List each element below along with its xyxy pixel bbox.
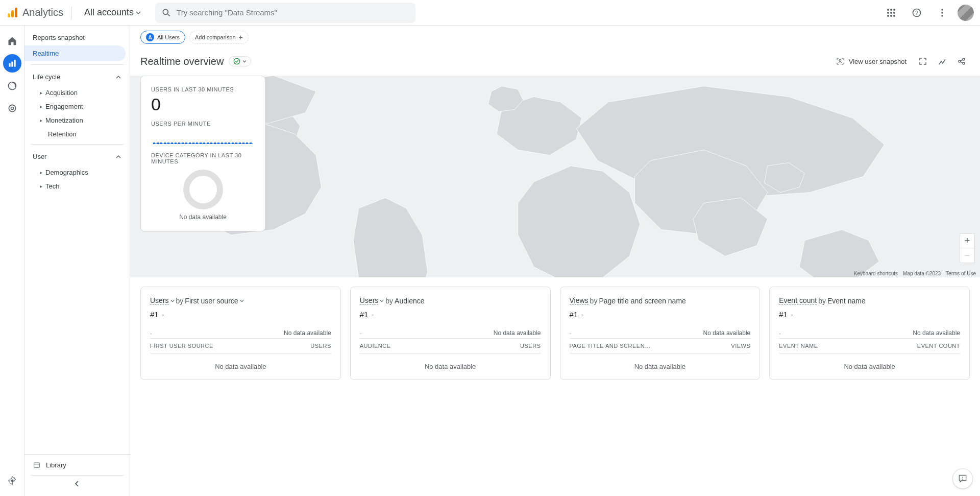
card-bar: -No data available — [360, 331, 541, 335]
sidebar-section-user[interactable]: User — [24, 148, 130, 166]
button-label: View user snapshot — [849, 58, 906, 65]
rail-admin[interactable] — [3, 471, 21, 490]
sidebar-sub-label: Engagement — [45, 103, 83, 110]
sidebar-sub-demographics[interactable]: ▸Demographics — [24, 166, 130, 179]
col2: EVENT COUNT — [917, 343, 960, 349]
caret-right-icon: ▸ — [40, 170, 42, 175]
rail-reports[interactable] — [3, 54, 21, 73]
chevron-up-icon — [115, 74, 121, 80]
svg-rect-2 — [15, 8, 17, 17]
sidebar-section-life-cycle[interactable]: Life cycle — [24, 68, 130, 86]
chip-all-users[interactable]: A All Users — [140, 31, 185, 44]
chip-add-comparison[interactable]: Add comparison + — [189, 31, 249, 44]
product-logo[interactable]: Analytics — [6, 7, 63, 19]
map-keyboard-link[interactable]: Keyboard shortcuts — [854, 271, 898, 276]
section-label: Life cycle — [33, 73, 60, 81]
bar-nodata: No data available — [284, 329, 331, 337]
sidebar-sub-engagement[interactable]: ▸Engagement — [24, 100, 130, 113]
more-button[interactable] — [932, 3, 952, 23]
analytics-logo-icon — [6, 7, 18, 19]
search-input[interactable] — [177, 8, 409, 17]
sidebar-library[interactable]: Library — [24, 454, 130, 475]
card-table-header: PAGE TITLE AND SCREEN…VIEWS — [570, 338, 751, 353]
share-button[interactable] — [953, 53, 970, 69]
sidebar-item-label: Reports snapshot — [33, 34, 85, 41]
caret-right-icon: ▸ — [40, 90, 42, 96]
bar-nodata: No data available — [703, 329, 751, 337]
users-last-30-label: USERS IN LAST 30 MINUTES — [151, 86, 255, 92]
sidebar-sub-tech[interactable]: ▸Tech — [24, 179, 130, 193]
page-header: Realtime overview View user snapshot — [130, 49, 980, 76]
explore-icon — [7, 81, 17, 91]
page-title: Realtime overview — [140, 56, 224, 67]
bar-nodata: No data available — [913, 329, 960, 337]
card-rank: #1- — [360, 310, 541, 319]
card-metric[interactable]: Event count — [779, 296, 817, 305]
rail-advertising[interactable] — [3, 99, 21, 117]
map-terms-link[interactable]: Terms of Use — [946, 271, 976, 276]
chip-label: All Users — [157, 34, 180, 40]
sidebar-collapse-button[interactable] — [24, 476, 130, 492]
svg-point-5 — [887, 9, 889, 11]
feedback-icon — [958, 474, 968, 484]
svg-point-23 — [9, 105, 15, 111]
sidebar-sub-label: Retention — [48, 130, 77, 138]
help-button[interactable]: ? — [906, 3, 927, 23]
map-zoom-out[interactable]: − — [960, 248, 974, 263]
sidebar-sub-label: Demographics — [45, 169, 88, 176]
sidebar-sub-monetization[interactable]: ▸Monetization — [24, 113, 130, 127]
svg-text:?: ? — [915, 10, 918, 16]
metric-card: Users by First user source#1--No data av… — [140, 287, 341, 380]
rail-explore[interactable] — [3, 77, 21, 95]
svg-point-11 — [887, 15, 889, 17]
svg-point-9 — [890, 12, 892, 14]
feedback-button[interactable] — [952, 468, 973, 489]
rail-home[interactable] — [3, 32, 21, 50]
col2: USERS — [520, 343, 541, 349]
col1: AUDIENCE — [360, 343, 391, 349]
card-table-header: EVENT NAMEEVENT COUNT — [779, 338, 960, 353]
apps-button[interactable] — [881, 3, 901, 23]
account-picker[interactable]: All accounts — [80, 5, 145, 20]
svg-rect-26 — [34, 463, 40, 467]
card-bar: -No data available — [570, 331, 751, 335]
svg-rect-19 — [9, 63, 10, 67]
svg-point-10 — [893, 12, 895, 14]
caret-right-icon: ▸ — [40, 183, 42, 189]
status-chip[interactable] — [229, 56, 251, 66]
account-picker-label: All accounts — [84, 7, 134, 18]
caret-right-icon: ▸ — [40, 117, 42, 123]
card-dimension: Event name — [827, 297, 866, 305]
card-metric[interactable]: Views — [570, 296, 589, 305]
view-user-snapshot-button[interactable]: View user snapshot — [830, 54, 912, 69]
map-zoom-in[interactable]: + — [960, 234, 974, 248]
app-header: Analytics All accounts ? — [0, 0, 980, 26]
users-per-minute-label: USERS PER MINUTE — [151, 121, 255, 127]
caret-down-icon — [242, 59, 247, 63]
card-metric[interactable]: Users — [150, 296, 169, 305]
svg-point-16 — [941, 9, 943, 11]
sidebar-item-reports-snapshot[interactable]: Reports snapshot — [24, 30, 126, 45]
svg-rect-1 — [11, 10, 14, 17]
device-category-label: DEVICE CATEGORY IN LAST 30 MINUTES — [151, 152, 255, 164]
user-avatar[interactable] — [958, 5, 974, 21]
card-by: by — [818, 297, 826, 305]
sidebar-sub-acquisition[interactable]: ▸Acquisition — [24, 86, 130, 100]
insights-button[interactable] — [934, 53, 950, 69]
user-focus-icon — [836, 57, 845, 66]
no-data-label: No data available — [151, 214, 255, 221]
fullscreen-button[interactable] — [915, 53, 931, 69]
apps-grid-icon — [887, 8, 896, 17]
card-dimension[interactable]: First user source — [185, 297, 238, 305]
summary-card: USERS IN LAST 30 MINUTES 0 USERS PER MIN… — [140, 76, 265, 231]
chevron-up-icon — [115, 154, 121, 160]
header-actions: ? — [881, 3, 974, 23]
sidebar-sub-retention[interactable]: Retention — [24, 127, 130, 141]
svg-point-8 — [887, 12, 889, 14]
card-metric[interactable]: Users — [360, 296, 379, 305]
page-header-actions: View user snapshot — [830, 53, 970, 69]
search-box[interactable] — [155, 3, 415, 23]
bar-dash: - — [360, 330, 362, 336]
sidebar-item-realtime[interactable]: Realtime — [24, 45, 126, 61]
library-label: Library — [46, 461, 66, 469]
